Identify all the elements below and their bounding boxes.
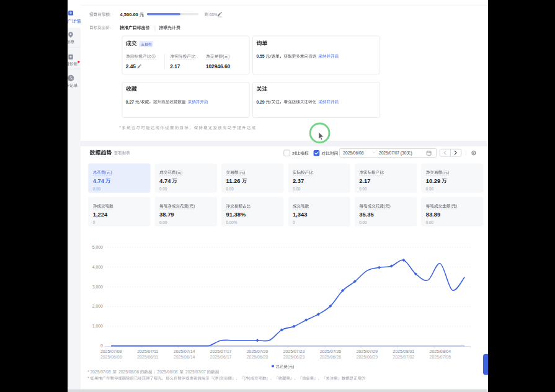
svg-text:0.00: 0.00 [159,220,167,225]
svg-text:63%: 63% [210,12,218,17]
svg-text:0: 0 [93,220,95,225]
svg-text:91.38%: 91.38% [226,211,246,218]
svg-text:0.55: 0.55 [256,54,264,58]
svg-text:10.29: 10.29 [426,177,440,184]
svg-text:2025/08/01: 2025/08/01 [393,349,415,354]
svg-text:0.27: 0.27 [126,100,134,104]
svg-text:5,000: 5,000 [92,245,103,249]
svg-text:4,000: 4,000 [92,265,103,269]
svg-text:2.17: 2.17 [359,177,370,184]
svg-text:11.26: 11.26 [226,177,241,184]
svg-text:4.74: 4.74 [159,177,171,184]
svg-text:): ) [411,151,412,156]
svg-text:2025/07/14: 2025/07/14 [174,349,195,354]
svg-text:0.00: 0.00 [359,220,367,225]
svg-text:38.79: 38.79 [159,211,174,218]
svg-text:4,500.00: 4,500.00 [120,12,138,17]
svg-text:0.00: 0.00 [226,187,234,191]
svg-text:2025/07/02: 2025/07/02 [393,355,415,359]
svg-text:2025/08/06: 2025/08/06 [118,370,139,374]
svg-text::: : [110,25,111,30]
svg-text:0: 0 [293,220,295,225]
svg-text:2025/07/20: 2025/07/20 [247,349,269,354]
svg-text:*: * [87,376,90,380]
svg-text:2025/07/05: 2025/07/05 [430,355,451,359]
svg-text::: : [110,12,111,17]
svg-text:0.29: 0.29 [256,100,264,104]
svg-text:~: ~ [373,151,375,155]
svg-text:0.00: 0.00 [359,187,367,191]
svg-text:0.00: 0.00 [93,187,101,191]
svg-text:2.45: 2.45 [126,63,136,69]
svg-text:4.74: 4.74 [93,177,105,184]
svg-text:1,343: 1,343 [293,211,307,218]
svg-text:2025/07/23: 2025/07/23 [283,349,305,354]
svg-text:2025/07/26: 2025/07/26 [320,349,342,354]
svg-text:2025/06/29: 2025/06/29 [357,355,378,359]
svg-text:2025/06/11: 2025/06/11 [137,355,158,359]
svg-text:2025/06/26: 2025/06/26 [320,355,342,359]
svg-text:0.00%: 0.00% [226,220,238,225]
svg-text:2025/07/29: 2025/07/29 [357,349,378,354]
svg-text:2.37: 2.37 [293,177,304,184]
svg-text:83.89: 83.89 [426,211,440,218]
svg-text:3,000: 3,000 [92,285,103,289]
svg-text:0.00: 0.00 [426,187,434,191]
svg-text:0.00: 0.00 [426,220,434,225]
svg-text:1,224: 1,224 [93,211,108,218]
svg-text:2025/06/17: 2025/06/17 [210,355,232,359]
svg-text:2025/06/08: 2025/06/08 [343,151,363,155]
svg-text:0.00: 0.00 [159,187,167,191]
svg-text:2025/06/14: 2025/06/14 [174,355,195,359]
svg-text:2025/07/08: 2025/07/08 [91,370,111,374]
svg-text:2025/07/07 (30: 2025/07/07 (30 [379,151,407,156]
svg-text:0: 0 [100,344,103,348]
svg-text:2025/07/07: 2025/07/07 [185,370,206,374]
svg-text:2025/06/08: 2025/06/08 [158,370,178,374]
svg-text:2,000: 2,000 [92,304,103,308]
svg-text:2025/06/20: 2025/06/20 [247,355,269,359]
svg-text:2025/06/23: 2025/06/23 [283,355,305,359]
svg-text:2025/07/11: 2025/07/11 [137,349,158,354]
svg-text:35.35: 35.35 [359,211,373,218]
svg-text:102946.60: 102946.60 [206,63,231,69]
svg-text:1,000: 1,000 [92,324,103,328]
svg-text:2025/07/17: 2025/07/17 [210,349,232,354]
svg-text:2025/06/08: 2025/06/08 [100,355,122,359]
svg-text:*: * [119,125,122,130]
svg-text:2025/08/04: 2025/08/04 [430,349,451,354]
svg-text:2025/07/08: 2025/07/08 [100,349,122,354]
svg-text:2.17: 2.17 [170,63,180,69]
svg-text:0.00: 0.00 [293,187,301,191]
